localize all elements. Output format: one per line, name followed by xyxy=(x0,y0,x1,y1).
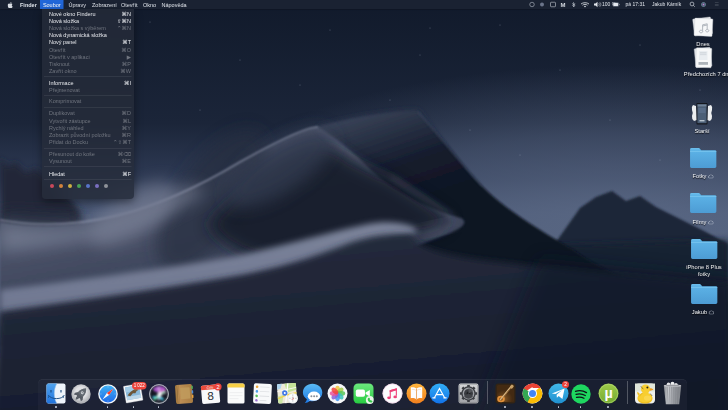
svg-text:2: 2 xyxy=(216,384,219,390)
svg-text:µ: µ xyxy=(605,385,613,401)
svg-text:8: 8 xyxy=(207,389,214,402)
svg-text:M: M xyxy=(561,2,566,8)
